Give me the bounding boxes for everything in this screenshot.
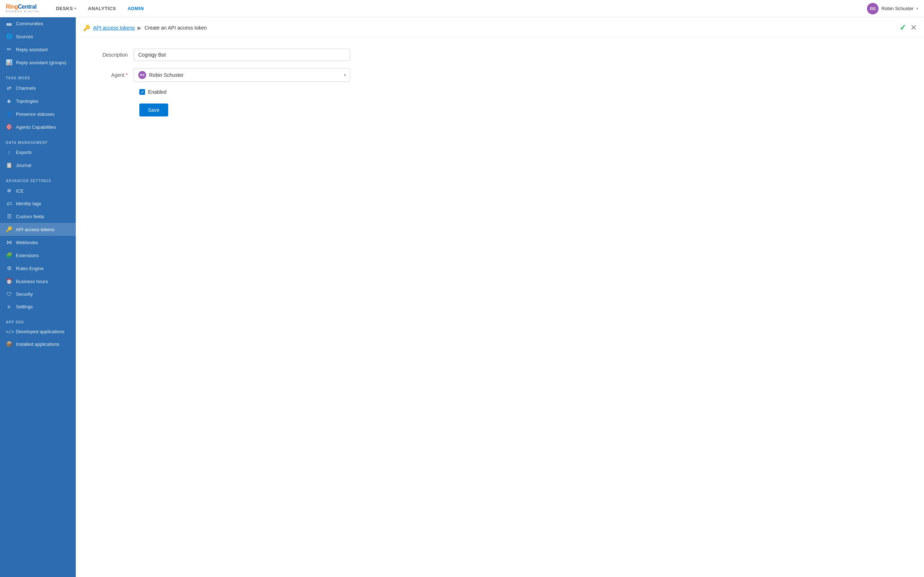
nav-analytics[interactable]: ANALYTICS <box>84 4 121 13</box>
sidebar-item-developed-applications[interactable]: </> Developed applications <box>0 326 76 338</box>
reply-assistant-icon: ✏ <box>6 46 12 53</box>
breadcrumb-current-page: Create an API access token <box>144 25 207 31</box>
agent-avatar: RS <box>138 71 146 79</box>
main-content: 🔑 API access tokens ▶ Create an API acce… <box>76 17 924 577</box>
sidebar-item-settings[interactable]: ≡ Settings <box>0 300 76 313</box>
sidebar-item-security[interactable]: 🛡 Security <box>0 288 76 300</box>
confirm-button[interactable]: ✓ <box>900 23 906 32</box>
enabled-label: Enabled <box>148 89 166 95</box>
breadcrumb-key-icon: 🔑 <box>83 24 90 31</box>
user-avatar: RS <box>867 3 879 15</box>
installed-applications-icon: 📦 <box>6 341 12 347</box>
sidebar-item-topologies[interactable]: ◈ Topologies <box>0 95 76 108</box>
sidebar-item-communities[interactable]: 🏘 Communities <box>0 17 76 30</box>
exports-icon: ↑ <box>6 149 12 155</box>
sidebar-item-journal[interactable]: 📋 Journal <box>0 159 76 172</box>
rules-engine-icon: ⚙ <box>6 265 12 272</box>
sidebar-item-identity-tags[interactable]: 🏷 Identity tags <box>0 197 76 210</box>
description-row: Description <box>90 49 350 61</box>
sidebar-item-business-hours[interactable]: ⏰ Business hours <box>0 275 76 288</box>
sidebar-item-reply-assistant-groups[interactable]: 📊 Reply assistant (groups) <box>0 56 76 69</box>
sidebar-item-extensions[interactable]: 🧩 Extensions <box>0 249 76 262</box>
api-access-tokens-icon: 🔑 <box>6 226 12 233</box>
save-button[interactable]: Save <box>139 103 168 116</box>
agent-dropdown-chevron-icon: ▾ <box>344 73 346 77</box>
create-api-token-form: Description Agent RS Robin Schuster ▾ <box>76 37 365 128</box>
logo-subtitle: ENGAGE DIGITAL <box>6 10 40 13</box>
topologies-icon: ◈ <box>6 98 12 104</box>
sidebar-item-reply-assistant[interactable]: ✏ Reply assistant <box>0 43 76 56</box>
sidebar-item-custom-fields[interactable]: ☰ Custom fields <box>0 210 76 223</box>
sidebar-item-installed-applications[interactable]: 📦 Installed applications <box>0 338 76 351</box>
desks-chevron-icon: ▾ <box>74 6 76 10</box>
agents-capabilities-icon: 🎯 <box>6 124 12 130</box>
enabled-row: ✓ Enabled <box>139 89 350 95</box>
breadcrumb-actions: ✓ ✕ <box>900 23 917 32</box>
sidebar-item-webhooks[interactable]: ⋈ Webhooks <box>0 236 76 249</box>
sidebar-item-rules-engine[interactable]: ⚙ Rules Engine <box>0 262 76 275</box>
settings-icon: ≡ <box>6 304 12 310</box>
agent-label: Agent <box>90 72 134 78</box>
agent-select-wrapper: RS Robin Schuster ▾ <box>134 68 350 82</box>
user-chevron-icon: ▾ <box>916 6 918 10</box>
sidebar-item-channels[interactable]: ⇄ Channels <box>0 82 76 95</box>
ice-icon: ❄ <box>6 187 12 194</box>
sidebar-item-ice[interactable]: ❄ ICE <box>0 184 76 197</box>
developed-applications-icon: </> <box>6 329 12 334</box>
presence-statuses-icon: 👤 <box>6 111 12 117</box>
agent-name-value: Robin Schuster <box>149 72 346 78</box>
communities-icon: 🏘 <box>6 21 12 27</box>
sidebar-item-agents-capabilities[interactable]: 🎯 Agents Capabilities <box>0 121 76 134</box>
journal-icon: 📋 <box>6 162 12 168</box>
sidebar-item-presence-statuses[interactable]: 👤 Presence statuses <box>0 108 76 121</box>
nav-admin[interactable]: ADMIN <box>123 4 148 13</box>
sources-icon: 🌐 <box>6 33 12 40</box>
task-mode-label: TASK MODE <box>0 72 76 82</box>
custom-fields-icon: ☰ <box>6 213 12 220</box>
checkbox-check-icon: ✓ <box>141 90 144 95</box>
agent-select[interactable]: RS Robin Schuster ▾ <box>134 68 350 82</box>
logo-ring: Ring <box>6 4 18 10</box>
reply-assistant-groups-icon: 📊 <box>6 59 12 66</box>
nav-items: DESKS ▾ ANALYTICS ADMIN <box>52 4 867 13</box>
webhooks-icon: ⋈ <box>6 239 12 246</box>
logo-central: Central <box>18 4 37 10</box>
user-menu[interactable]: RS Robin Schuster ▾ <box>867 3 918 15</box>
enabled-checkbox[interactable]: ✓ <box>139 89 145 95</box>
top-navigation: RingCentral ENGAGE DIGITAL DESKS ▾ ANALY… <box>0 0 924 17</box>
agent-row: Agent RS Robin Schuster ▾ <box>90 68 350 82</box>
app-sdk-label: APP SDK <box>0 316 76 326</box>
identity-tags-icon: 🏷 <box>6 200 12 206</box>
extensions-icon: 🧩 <box>6 252 12 259</box>
sidebar-item-exports[interactable]: ↑ Exports <box>0 146 76 159</box>
sidebar: 🏘 Communities 🌐 Sources ✏ Reply assistan… <box>0 17 76 577</box>
data-management-label: DATA MANAGEMENT <box>0 136 76 146</box>
description-input[interactable] <box>134 49 350 61</box>
breadcrumb-separator: ▶ <box>137 25 142 31</box>
logo: RingCentral ENGAGE DIGITAL <box>6 4 40 13</box>
main-layout: 🏘 Communities 🌐 Sources ✏ Reply assistan… <box>0 17 924 577</box>
sidebar-item-sources[interactable]: 🌐 Sources <box>0 30 76 43</box>
nav-desks[interactable]: DESKS ▾ <box>52 4 81 13</box>
save-button-row: Save <box>90 103 350 116</box>
breadcrumb-parent-link[interactable]: API access tokens <box>93 25 135 31</box>
description-label: Description <box>90 52 134 58</box>
advanced-settings-label: ADVANCED SETTINGS <box>0 174 76 184</box>
sidebar-item-api-access-tokens[interactable]: 🔑 API access tokens <box>0 223 76 236</box>
business-hours-icon: ⏰ <box>6 278 12 285</box>
channels-icon: ⇄ <box>6 85 12 91</box>
cancel-button[interactable]: ✕ <box>910 23 917 32</box>
security-icon: 🛡 <box>6 291 12 297</box>
breadcrumb: 🔑 API access tokens ▶ Create an API acce… <box>76 17 924 37</box>
user-name: Robin Schuster <box>881 6 914 11</box>
